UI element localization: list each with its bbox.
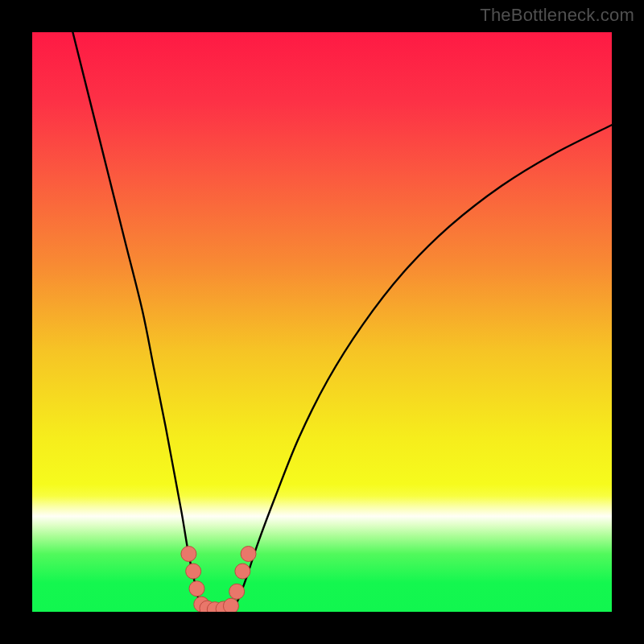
curve-marker (241, 547, 256, 562)
curve-path (72, 32, 612, 611)
curve-marker (223, 598, 238, 612)
chart-frame: TheBottleneck.com (0, 0, 644, 644)
curve-marker (181, 547, 196, 562)
bottleneck-curve (32, 32, 612, 612)
watermark: TheBottleneck.com (480, 5, 634, 26)
plot-area (32, 32, 612, 612)
curve-marker (189, 581, 204, 597)
curve-marker (235, 564, 250, 579)
curve-marker (229, 584, 245, 599)
curve-marker (186, 564, 201, 579)
